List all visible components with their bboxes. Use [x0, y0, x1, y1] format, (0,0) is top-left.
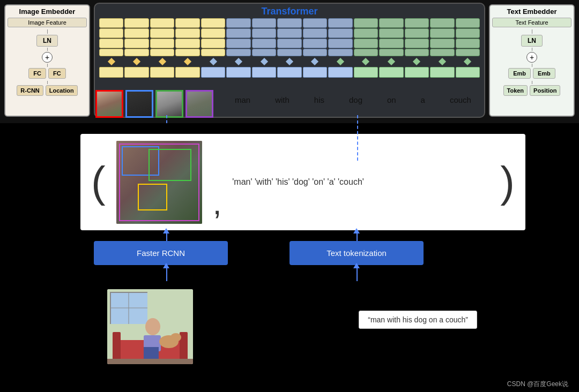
t-cell [303, 28, 327, 38]
t-cell [379, 28, 403, 38]
rcnn-location-row: R-CNN Location [8, 85, 87, 96]
svg-rect-11 [144, 347, 151, 359]
t-cell [150, 39, 174, 48]
t-cell [277, 39, 301, 48]
t-cell [252, 18, 276, 28]
dashed-line-image [166, 115, 167, 123]
t-cell [456, 28, 480, 38]
diamond-row [95, 57, 484, 66]
text-embedder-title: Text Embedder [492, 7, 571, 16]
image-embedder-title: Image Embedder [8, 7, 87, 16]
paren-right: ) [500, 161, 515, 203]
t-cell [405, 39, 429, 48]
t-cell [277, 18, 301, 28]
t-cell [99, 39, 123, 48]
t-cell [328, 49, 352, 56]
t-cell [201, 49, 225, 56]
t-cell [175, 28, 199, 38]
fc-box-2: FC [48, 68, 66, 79]
word-token-on: on [387, 95, 396, 104]
svg-point-14 [170, 333, 181, 342]
position-box: Position [530, 85, 560, 96]
emb-box-2: Emb [533, 68, 555, 79]
ln-box-text: LN [521, 35, 543, 47]
t-cell [99, 28, 123, 38]
t-cell [175, 18, 199, 28]
t-cell [252, 28, 276, 38]
emb-row: Emb Emb [492, 68, 571, 79]
transformer-row-3 [95, 39, 484, 48]
t-cell [430, 39, 454, 48]
t-cell [328, 28, 352, 38]
token-box: Token [503, 85, 528, 96]
text-tokens-list: 'man' 'with' 'his' 'dog' 'on' 'a' 'couch… [232, 175, 489, 189]
t-cell [252, 39, 276, 48]
t-cell [277, 49, 301, 56]
text-tokenization-button[interactable]: Text tokenization [290, 241, 424, 265]
token-position-row: Token Position [492, 85, 571, 96]
input-pair-card: ( , 'man' 'with' 'his' 'dog' 'on' 'a' 'c… [80, 134, 525, 230]
word-token-his: his [314, 95, 324, 104]
arrow-head-text-btn [353, 263, 360, 268]
token-image-green [155, 90, 183, 118]
t-cell [303, 39, 327, 48]
t-cell [328, 39, 352, 48]
location-box: Location [46, 85, 78, 96]
t-cell [99, 49, 123, 56]
ln-box-image: LN [36, 35, 58, 47]
t-cell [379, 39, 403, 48]
t-cell [456, 49, 480, 56]
t-cell [226, 39, 250, 48]
token-image-blue [125, 90, 153, 118]
image-feature-label: Image Feature [8, 18, 87, 27]
word-token-with: with [275, 95, 290, 104]
middle-section: ( , 'man' 'with' 'his' 'dog' 'on' 'a' 'c… [0, 123, 579, 289]
top-diagram-area: Image Embedder Image Feature LN + FC FC … [0, 0, 579, 123]
t-cell [201, 18, 225, 28]
t-cell [252, 49, 276, 56]
faster-rcnn-button[interactable]: Faster RCNN [94, 241, 228, 265]
image-embedder-box: Image Embedder Image Feature LN + FC FC … [4, 4, 90, 117]
t-cell [430, 28, 454, 38]
t-cell [201, 28, 225, 38]
t-cell [124, 28, 149, 38]
arrow-head-left-up [163, 228, 169, 233]
token-image-red [95, 90, 123, 118]
emb-box-1: Emb [508, 68, 531, 79]
svg-point-9 [145, 318, 160, 335]
t-cell [430, 49, 454, 56]
transformer-row-2 [95, 28, 484, 38]
token-rep-row [95, 67, 484, 78]
t-cell [456, 39, 480, 48]
comma: , [213, 187, 222, 220]
word-token-a: a [421, 95, 425, 104]
t-cell [99, 18, 123, 28]
t-cell [226, 28, 250, 38]
source-photo [107, 289, 193, 364]
t-cell [303, 18, 327, 28]
annotated-image [116, 141, 202, 224]
word-token-man: man [235, 95, 250, 104]
plus-circle-text: + [526, 52, 537, 63]
arrow-head-img-btn [163, 263, 169, 268]
source-photo-svg [107, 289, 193, 364]
svg-rect-12 [151, 347, 159, 359]
text-embedder-box: Text Embedder Text Feature LN + Emb Emb … [489, 4, 575, 117]
fc-box-1: FC [28, 68, 46, 79]
plus-circle-image: + [42, 52, 53, 63]
token-image-purple [185, 90, 213, 118]
t-cell [303, 49, 327, 56]
arrow-head-right-up [353, 228, 360, 233]
t-cell [405, 49, 429, 56]
transformer-row-4 [95, 49, 484, 56]
word-token-couch: couch [450, 95, 471, 104]
t-cell [354, 18, 378, 28]
dashed-line-text [357, 115, 358, 161]
t-cell [124, 18, 149, 28]
t-cell [354, 49, 378, 56]
t-cell [124, 39, 149, 48]
t-cell [456, 18, 480, 28]
t-cell [354, 28, 378, 38]
t-cell [226, 18, 250, 28]
fc-row: FC FC [8, 68, 87, 79]
